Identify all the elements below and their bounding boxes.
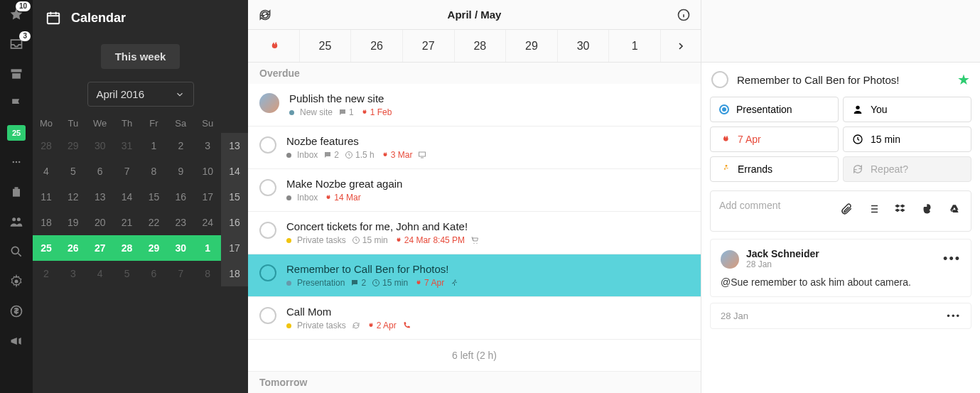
prop-due[interactable]: 7 Apr — [710, 126, 839, 152]
cal-day[interactable]: 20 — [87, 210, 114, 235]
cal-day[interactable]: 17 — [194, 184, 221, 210]
task-row[interactable]: Publish the new siteNew site 1 1 Feb — [248, 84, 701, 126]
cal-weeknum[interactable]: 18 — [221, 261, 248, 286]
cal-day[interactable]: 29 — [141, 235, 168, 261]
day-overdue[interactable] — [248, 30, 300, 62]
cal-day[interactable]: 2 — [167, 133, 194, 158]
rail-star[interactable]: 10 — [8, 6, 25, 23]
cal-day[interactable]: 1 — [141, 133, 168, 158]
drive-icon[interactable] — [948, 203, 961, 215]
cal-day[interactable]: 8 — [194, 261, 221, 286]
rail-people[interactable] — [8, 213, 25, 230]
cal-day[interactable]: 23 — [167, 210, 194, 235]
cal-day[interactable]: 24 — [194, 210, 221, 235]
prop-time[interactable]: 15 min — [843, 126, 971, 152]
cal-weeknum[interactable]: 16 — [221, 210, 248, 235]
stub-more[interactable]: ••• — [947, 311, 961, 321]
day-cell[interactable]: 29 — [506, 30, 558, 62]
day-next[interactable] — [661, 30, 701, 62]
rail-settings[interactable] — [8, 273, 25, 290]
cal-day[interactable]: 6 — [87, 158, 114, 184]
comment-input[interactable]: Add comment — [710, 190, 971, 232]
cal-day[interactable]: 28 — [114, 235, 141, 261]
cal-day[interactable]: 27 — [87, 235, 114, 261]
evernote-icon[interactable] — [921, 203, 934, 215]
cal-day[interactable]: 11 — [33, 184, 60, 210]
cal-day[interactable]: 13 — [87, 184, 114, 210]
task-row[interactable]: Call MomPrivate tasks 2 Apr — [248, 297, 701, 340]
cal-day[interactable]: 4 — [87, 261, 114, 286]
comment-stub[interactable]: 28 Jan ••• — [710, 303, 971, 329]
prop-assignee[interactable]: You — [843, 97, 971, 122]
prop-repeat[interactable]: Repeat? — [843, 156, 971, 182]
rail-luggage[interactable] — [8, 183, 25, 200]
cal-day[interactable]: 9 — [167, 158, 194, 184]
day-cell[interactable]: 27 — [403, 30, 455, 62]
rail-calendar[interactable]: 25 — [7, 125, 26, 141]
task-complete-circle[interactable] — [259, 264, 276, 281]
task-complete-circle[interactable] — [259, 307, 276, 324]
cal-day[interactable]: 10 — [194, 158, 221, 184]
prop-category[interactable]: Errands — [710, 156, 839, 182]
task-complete-circle[interactable] — [259, 179, 276, 196]
task-complete-circle[interactable] — [259, 222, 276, 239]
task-row[interactable]: Make Nozbe great againInbox 14 Mar — [248, 169, 701, 212]
cal-day[interactable]: 18 — [33, 210, 60, 235]
dropbox-icon[interactable] — [894, 203, 907, 215]
this-week-button[interactable]: This week — [101, 44, 181, 69]
cal-day[interactable]: 3 — [60, 261, 87, 286]
cal-day[interactable]: 14 — [114, 184, 141, 210]
task-row[interactable]: Remember to Call Ben for Photos!Presenta… — [248, 254, 701, 297]
cal-day[interactable]: 28 — [33, 133, 60, 158]
cal-day[interactable]: 16 — [167, 184, 194, 210]
task-row[interactable]: Concert tickets for me, John and Kate!Pr… — [248, 212, 701, 254]
cal-day[interactable]: 2 — [33, 261, 60, 286]
cal-day[interactable]: 7 — [167, 261, 194, 286]
cal-day[interactable]: 5 — [114, 261, 141, 286]
cal-day[interactable]: 8 — [141, 158, 168, 184]
refresh-icon[interactable] — [258, 8, 272, 22]
cal-day[interactable]: 22 — [141, 210, 168, 235]
cal-day[interactable]: 29 — [60, 133, 87, 158]
cal-day[interactable]: 25 — [33, 235, 60, 261]
cal-day[interactable]: 19 — [60, 210, 87, 235]
rail-flag[interactable] — [8, 95, 25, 112]
attach-icon[interactable] — [840, 203, 853, 215]
task-complete-circle[interactable] — [259, 136, 276, 154]
cal-day[interactable]: 15 — [141, 184, 168, 210]
cal-day[interactable]: 31 — [114, 133, 141, 158]
month-select[interactable]: April 2016 — [87, 82, 194, 107]
day-cell[interactable]: 28 — [455, 30, 507, 62]
day-cell[interactable]: 25 — [300, 30, 352, 62]
cal-weeknum[interactable]: 13 — [221, 133, 248, 158]
cal-day[interactable]: 7 — [114, 158, 141, 184]
day-cell[interactable]: 26 — [351, 30, 403, 62]
rail-search[interactable] — [8, 243, 25, 260]
cal-weeknum[interactable]: 14 — [221, 158, 248, 184]
cal-day[interactable]: 30 — [87, 133, 114, 158]
cal-day[interactable]: 1 — [194, 235, 221, 261]
rail-archive[interactable] — [8, 65, 25, 82]
rail-billing[interactable] — [8, 303, 25, 320]
cal-day[interactable]: 21 — [114, 210, 141, 235]
comment-more[interactable]: ••• — [943, 252, 961, 267]
task-row[interactable]: Nozbe featuresInbox 2 1.5 h 3 Mar — [248, 126, 701, 169]
info-icon[interactable] — [677, 8, 691, 22]
day-cell[interactable]: 30 — [558, 30, 610, 62]
cal-day[interactable]: 3 — [194, 133, 221, 158]
list-icon[interactable] — [867, 203, 880, 215]
cal-day[interactable]: 6 — [141, 261, 168, 286]
rail-chat[interactable] — [8, 154, 25, 171]
rail-announce[interactable] — [8, 333, 25, 350]
cal-day[interactable]: 12 — [60, 184, 87, 210]
cal-day[interactable]: 4 — [33, 158, 60, 184]
detail-star[interactable]: ★ — [957, 71, 970, 88]
cal-weeknum[interactable]: 15 — [221, 184, 248, 210]
day-cell[interactable]: 1 — [609, 30, 661, 62]
prop-project[interactable]: Presentation — [710, 97, 839, 122]
cal-day[interactable]: 30 — [167, 235, 194, 261]
cal-day[interactable]: 26 — [60, 235, 87, 261]
rail-inbox[interactable]: 3 — [8, 36, 25, 53]
detail-complete-circle[interactable] — [711, 71, 728, 88]
cal-day[interactable]: 5 — [60, 158, 87, 184]
